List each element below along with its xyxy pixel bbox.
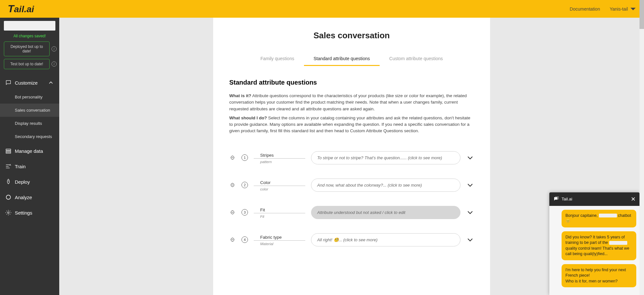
attribute-subtitle: pattern	[254, 159, 305, 164]
topbar: Tail.ai Documentation Yanis-tail	[0, 0, 644, 18]
nav-secondary-requests[interactable]: Secondary requests	[0, 130, 59, 143]
scrollbar-thumb[interactable]	[639, 0, 644, 29]
question-row: 1 Stripes pattern To stripe or not to st…	[229, 144, 474, 171]
nav-display-results[interactable]: Display results	[0, 117, 59, 130]
chevron-down-icon[interactable]	[466, 236, 474, 244]
nav-settings[interactable]: Settings	[0, 205, 59, 220]
nav-manage-data[interactable]: Manage data	[0, 143, 59, 159]
what-is-it-desc: What is it? Attribute questions correspo…	[229, 93, 474, 112]
tab-family[interactable]: Family questions	[251, 53, 304, 66]
svg-rect-1	[6, 151, 11, 152]
tabs: Family questions Standard attribute ques…	[213, 53, 490, 66]
nav-analyze[interactable]: Analyze	[0, 189, 59, 205]
chat-body[interactable]: Bonjour capitaine, chatbot 😊Did you know…	[549, 206, 639, 295]
attribute-title[interactable]: Color	[254, 179, 305, 186]
chevron-down-icon[interactable]	[466, 154, 474, 161]
analyze-icon	[5, 194, 12, 200]
question-number: 1	[242, 154, 248, 161]
tab-standard[interactable]: Standard attribute questions	[304, 53, 380, 66]
chat-message: Did you know? It takes 5 years of traini…	[562, 231, 636, 260]
chevron-down-icon[interactable]	[466, 208, 474, 216]
page-title: Sales conversation	[213, 31, 490, 41]
documentation-link[interactable]: Documentation	[570, 6, 600, 12]
svg-point-5	[6, 195, 10, 199]
chevron-down-icon[interactable]	[466, 181, 474, 189]
attribute-subtitle: Fit	[254, 213, 305, 218]
train-icon: A	[5, 163, 12, 170]
attribute-title[interactable]: Stripes	[254, 152, 305, 159]
brand-logo-box	[4, 21, 55, 31]
attribute-subtitle: Material	[254, 241, 305, 246]
database-icon	[5, 148, 12, 154]
svg-rect-0	[6, 149, 11, 150]
attribute-subtitle: color	[254, 186, 305, 191]
gear-icon	[5, 209, 12, 216]
question-number: 3	[242, 209, 248, 216]
chevron-up-icon	[48, 79, 54, 86]
question-prompt-input[interactable]: To stripe or not to stripe? That's the q…	[311, 151, 460, 164]
nav-sales-conversation[interactable]: Sales conversation	[0, 104, 59, 117]
save-status: All changes saved!	[4, 32, 55, 41]
drag-handle-icon[interactable]	[229, 182, 236, 188]
info-icon[interactable]: i	[52, 61, 57, 67]
question-prompt-input[interactable]: Attribute understood but not asked / cli…	[311, 206, 460, 219]
attribute-title[interactable]: Fit	[254, 206, 305, 213]
chat-message: I'm here to help you find your next Fren…	[562, 264, 636, 288]
question-number: 2	[242, 182, 248, 188]
nav-deploy[interactable]: Deploy	[0, 174, 59, 189]
question-row: 2 Color color And now, what about the co…	[229, 171, 474, 199]
attribute-title[interactable]: Fabric type	[254, 234, 305, 241]
rocket-icon	[5, 179, 12, 185]
what-should-desc: What should I do? Select the columns in …	[229, 115, 474, 134]
nav-bot-personality[interactable]: Bot personality	[0, 90, 59, 104]
deployed-badge[interactable]: Deployed bot up to date!	[4, 41, 50, 56]
chat-bubble-icon	[553, 196, 559, 202]
caret-down-icon	[630, 6, 636, 12]
test-badge[interactable]: Test bot up to date!	[4, 59, 50, 69]
drag-handle-icon[interactable]	[229, 236, 236, 243]
svg-point-4	[8, 180, 9, 181]
question-row: 4 Fabric type Material All right! 🧐... (…	[229, 226, 474, 254]
chat-widget: Tail.ai ✕ Bonjour capitaine, chatbot 😊Di…	[549, 192, 639, 295]
nav-customize[interactable]: Customize	[0, 75, 59, 90]
tab-custom[interactable]: Custom attribute questions	[380, 53, 453, 66]
chat-header[interactable]: Tail.ai ✕	[549, 192, 639, 206]
svg-point-6	[8, 212, 9, 214]
user-menu[interactable]: Yanis-tail	[610, 6, 636, 12]
question-prompt-input[interactable]: And now, what about the colorway?... (cl…	[311, 179, 460, 192]
question-prompt-input[interactable]: All right! 🧐... (click to see more)	[311, 233, 460, 246]
chat-message: Bonjour capitaine, chatbot 😊	[562, 210, 636, 227]
info-icon[interactable]: i	[52, 46, 57, 51]
logo[interactable]: Tail.ai	[8, 3, 34, 15]
svg-text:A: A	[9, 163, 11, 166]
question-number: 4	[242, 236, 248, 243]
section-heading: Standard attribute questions	[229, 79, 474, 86]
drag-handle-icon[interactable]	[229, 154, 236, 161]
svg-rect-2	[6, 152, 11, 153]
scrollbar[interactable]	[639, 0, 644, 295]
chat-icon	[5, 79, 12, 86]
question-row: 3 Fit Fit Attribute understood but not a…	[229, 199, 474, 226]
nav-train[interactable]: A Train	[0, 159, 59, 174]
drag-handle-icon[interactable]	[229, 209, 236, 216]
chat-close-icon[interactable]: ✕	[631, 196, 636, 203]
sidebar: All changes saved! Deployed bot up to da…	[0, 18, 59, 295]
